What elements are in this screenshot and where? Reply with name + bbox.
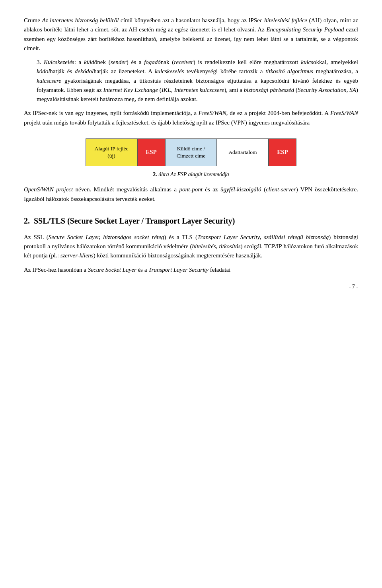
ssl-paragraph-2: Az IPSec-hez hasonlóan a Secure Socket L… <box>24 265 358 275</box>
numbered-item-3: 3. Kulcskezelés: a küldőnek (sender) és … <box>37 58 358 104</box>
ssl-section-heading: 2. SSL/TLS (Secure Socket Layer / Transp… <box>24 215 358 227</box>
openswan-paragraph: OpenS/WAN project néven. Mindkét megvaló… <box>24 185 358 204</box>
item-number: 3. <box>37 59 41 65</box>
diagram-box-adat: Adattartalom <box>217 138 269 166</box>
page-number: - 7 - <box>24 282 358 291</box>
diagram-caption: 2. ábra Az ESP alagút üzemmódja <box>24 170 358 179</box>
ssl-paragraph-1: Az SSL (Secure Socket Layer, biztonságos… <box>24 233 358 261</box>
diagram-box-kuldo: Küldő címe /Címzett címe <box>165 138 217 166</box>
page-content: Crume Az internetes biztonság belülről c… <box>0 0 382 307</box>
intro-paragraph: Crume Az internetes biztonság belülről c… <box>24 16 358 53</box>
diagram-box-alagut: Alagút IP fejléc(új) <box>86 138 137 166</box>
item3-paragraph: 3. Kulcskezelés: a küldőnek (sender) és … <box>37 58 358 104</box>
diagram-box-esp1: ESP <box>137 138 165 166</box>
freeswan-paragraph: Az IPSec-nek is van egy ingyenes, nyílt … <box>24 109 358 127</box>
esp-diagram: Alagút IP fejléc(új) ESP Küldő címe /Cím… <box>56 138 326 166</box>
diagram-box-esp2: ESP <box>269 138 296 166</box>
caption-number: 2. <box>153 171 157 177</box>
